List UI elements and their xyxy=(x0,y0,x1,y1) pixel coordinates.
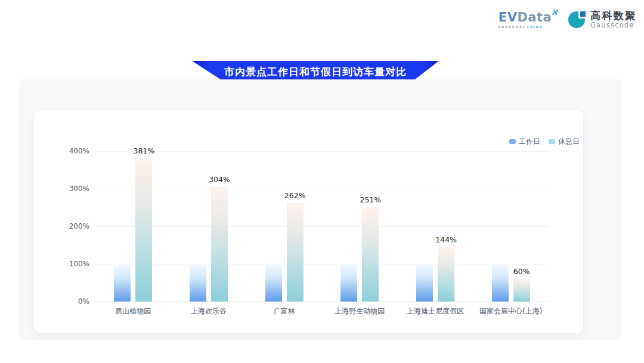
bar[interactable] xyxy=(492,264,509,302)
y-tick-label: 300% xyxy=(57,184,89,193)
gridline xyxy=(95,302,549,302)
page: EVDataX SHANGHAI CHINA 高科数聚 Gausscode 市内… xyxy=(0,0,644,363)
y-tick-label: 200% xyxy=(57,222,89,231)
bar[interactable] xyxy=(211,187,228,302)
bar[interactable] xyxy=(416,264,433,302)
gridline xyxy=(95,226,549,227)
bar[interactable] xyxy=(265,264,282,302)
bar[interactable] xyxy=(287,203,304,302)
y-tick-label: 100% xyxy=(57,259,89,269)
plot-area: 0%100%200%300%400%辰山植物园381%上海欢乐谷304%广富林2… xyxy=(34,110,583,333)
bar[interactable] xyxy=(513,279,530,302)
logo-bar: EVDataX SHANGHAI CHINA 高科数聚 Gausscode xyxy=(499,11,637,29)
gridline xyxy=(95,151,549,152)
gausscode-mark-icon xyxy=(568,11,586,29)
gridline xyxy=(95,189,549,189)
bar[interactable] xyxy=(362,207,379,302)
data-label: 304% xyxy=(209,175,230,184)
bar[interactable] xyxy=(190,264,206,302)
evdata-x-icon: X xyxy=(552,8,558,17)
y-tick-label: 0% xyxy=(57,297,89,306)
bar[interactable] xyxy=(135,158,152,302)
gausscode-wordmark: 高科数聚 Gausscode xyxy=(590,11,637,29)
bar[interactable] xyxy=(114,264,131,302)
evdata-ev-text: EV xyxy=(499,10,518,24)
category-label: 国家会展中心(上海) xyxy=(460,306,562,316)
gridline xyxy=(95,264,549,264)
evdata-logo: EVDataX SHANGHAI CHINA xyxy=(499,11,558,29)
page-title: 市内景点工作日和节假日到访车量对比 xyxy=(224,65,407,79)
bar[interactable] xyxy=(340,264,357,302)
data-label: 251% xyxy=(360,195,381,205)
data-label: 381% xyxy=(133,146,154,156)
y-tick-label: 400% xyxy=(57,146,89,156)
chart-panel: 工作日休息日 0%100%200%300%400%辰山植物园381%上海欢乐谷3… xyxy=(19,79,622,340)
chart-card: 工作日休息日 0%100%200%300%400%辰山植物园381%上海欢乐谷3… xyxy=(34,110,583,333)
data-label: 262% xyxy=(284,191,306,201)
evdata-wordmark: EVDataX xyxy=(499,11,558,24)
gausscode-en-text: Gausscode xyxy=(590,22,637,29)
bar[interactable] xyxy=(438,247,454,302)
data-label: 60% xyxy=(513,267,530,276)
data-label: 144% xyxy=(435,235,457,245)
gausscode-logo: 高科数聚 Gausscode xyxy=(568,11,637,29)
evdata-tagline: SHANGHAI CHINA xyxy=(499,26,558,29)
evdata-data-text: Data xyxy=(517,10,552,24)
gausscode-cn-text: 高科数聚 xyxy=(590,11,637,21)
